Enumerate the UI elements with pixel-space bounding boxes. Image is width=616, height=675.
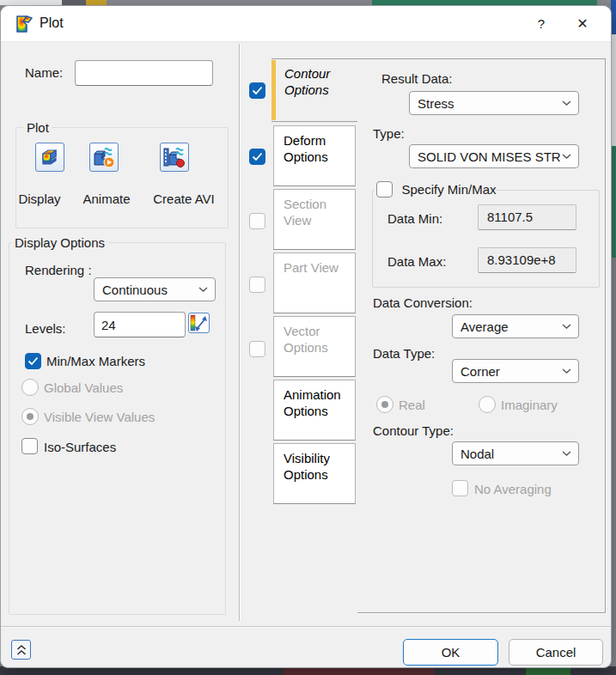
backdrop-strip	[284, 668, 434, 675]
check-icon	[27, 356, 39, 366]
chevron-down-icon	[562, 323, 571, 330]
rendering-combobox[interactable]: Continuous	[94, 277, 216, 301]
help-button[interactable]: ?	[527, 11, 556, 37]
chevron-down-icon	[562, 368, 571, 374]
tab-label: Visibility Options	[284, 451, 330, 482]
visible-view-values-label: Visible View Values	[44, 410, 155, 424]
check-icon	[252, 86, 263, 95]
create-avi-button-label: Create AVI	[149, 192, 219, 206]
result-data-value: Stress	[418, 96, 454, 111]
data-conversion-combobox[interactable]: Average	[452, 314, 579, 338]
levels-palette-icon	[189, 313, 209, 332]
tab-section-view[interactable]: Section View	[273, 189, 356, 250]
data-type-label: Data Type:	[373, 346, 435, 361]
deform-options-checkbox[interactable]	[249, 149, 265, 165]
chevron-down-icon	[198, 286, 208, 293]
minmax-markers-checkbox[interactable]	[25, 353, 41, 369]
no-averaging-label: No Averaging	[474, 482, 552, 496]
specify-minmax-legend: Specify Min/Max	[375, 180, 495, 200]
section-view-checkbox[interactable]	[249, 213, 265, 229]
tab-label: Contour Options	[284, 66, 330, 97]
no-averaging-checkbox[interactable]	[452, 480, 468, 496]
part-view-checkbox[interactable]	[249, 277, 265, 293]
name-input[interactable]	[75, 60, 213, 86]
panel-divider	[239, 44, 240, 621]
rendering-label: Rendering :	[25, 263, 92, 277]
levels-palette-button[interactable]	[188, 313, 210, 333]
contour-type-value: Nodal	[460, 447, 494, 461]
dialog-title: Plot	[40, 15, 64, 31]
contour-type-label: Contour Type:	[373, 423, 454, 438]
imaginary-radio[interactable]	[479, 396, 496, 413]
result-data-combobox[interactable]: Stress	[409, 91, 579, 115]
backdrop-strip	[526, 668, 570, 675]
data-type-value: Corner	[460, 364, 500, 379]
data-type-combobox[interactable]: Corner	[452, 359, 579, 383]
iso-surfaces-checkbox[interactable]	[21, 438, 38, 454]
data-conversion-value: Average	[460, 319, 509, 334]
data-min-label: Data Min:	[387, 211, 442, 226]
close-button[interactable]: ✕	[568, 11, 597, 37]
tab-label: Part View	[284, 260, 338, 275]
vector-options-checkbox[interactable]	[249, 341, 265, 357]
type-label: Type:	[373, 126, 405, 141]
display-button[interactable]	[35, 143, 64, 172]
data-max-label: Data Max:	[387, 254, 446, 269]
global-values-radio[interactable]	[21, 379, 39, 396]
contour-type-combobox[interactable]: Nodal	[452, 441, 579, 465]
selected-tab-accent	[271, 60, 276, 120]
radio-dot	[27, 413, 34, 420]
display-options-label: Display Options	[11, 235, 108, 250]
tab-part-view[interactable]: Part View	[273, 252, 356, 313]
tab-label: Deform Options	[284, 133, 328, 164]
data-conversion-label: Data Conversion:	[373, 295, 473, 310]
tab-vector-options[interactable]: Vector Options	[273, 316, 356, 377]
plot-group-label: Plot	[23, 120, 52, 135]
levels-label: Levels:	[25, 321, 66, 336]
radio-dot	[381, 401, 388, 408]
data-max-value[interactable]: 8.93109e+8	[478, 247, 576, 273]
create-avi-icon	[162, 145, 186, 169]
real-radio[interactable]	[376, 396, 393, 413]
ok-button[interactable]: OK	[403, 639, 498, 666]
tab-animation-options[interactable]: Animation Options	[273, 380, 356, 441]
animate-button-label: Animate	[80, 192, 133, 206]
cancel-button[interactable]: Cancel	[509, 639, 603, 666]
create-avi-button[interactable]	[160, 143, 189, 172]
imaginary-label: Imaginary	[501, 398, 558, 412]
footer-divider	[1, 626, 612, 627]
global-values-label: Global Values	[44, 380, 123, 395]
tab-visibility-options[interactable]: Visibility Options	[273, 443, 356, 504]
display-icon	[39, 146, 61, 168]
type-value: SOLID VON MISES STR	[418, 149, 561, 164]
type-combobox[interactable]: SOLID VON MISES STR	[409, 144, 579, 168]
specify-minmax-label: Specify Min/Max	[401, 182, 496, 197]
chevron-down-icon	[562, 100, 571, 106]
minmax-markers-label: Min/Max Markers	[46, 354, 145, 368]
result-data-label: Result Data:	[381, 71, 453, 86]
display-button-label: Display	[15, 192, 64, 206]
chevron-down-icon	[562, 153, 571, 160]
levels-input[interactable]	[94, 312, 186, 338]
rendering-value: Continuous	[102, 283, 168, 297]
tab-label: Section View	[284, 197, 326, 228]
real-label: Real	[399, 398, 425, 412]
tab-contour-options[interactable]: Contour Options	[271, 58, 357, 122]
tab-deform-options[interactable]: Deform Options	[273, 125, 356, 186]
plot-app-icon	[14, 14, 34, 34]
chevron-down-icon	[562, 450, 571, 457]
name-label: Name:	[25, 65, 63, 80]
animate-icon	[92, 145, 116, 169]
data-min-value[interactable]: 81107.5	[478, 204, 576, 230]
tab-label: Animation Options	[284, 387, 341, 418]
titlebar[interactable]: Plot ? ✕	[1, 6, 611, 42]
collapse-button[interactable]	[11, 640, 31, 660]
animate-button[interactable]	[89, 143, 119, 172]
tab-label: Vector Options	[284, 324, 328, 355]
plot-dialog: Plot ? ✕ Name: Plot	[0, 5, 612, 668]
iso-surfaces-label: Iso-Surfaces	[44, 440, 116, 454]
specify-minmax-checkbox[interactable]	[376, 181, 393, 198]
contour-options-checkbox[interactable]	[249, 82, 265, 99]
visible-view-values-radio[interactable]	[21, 408, 39, 425]
check-icon	[252, 152, 263, 161]
